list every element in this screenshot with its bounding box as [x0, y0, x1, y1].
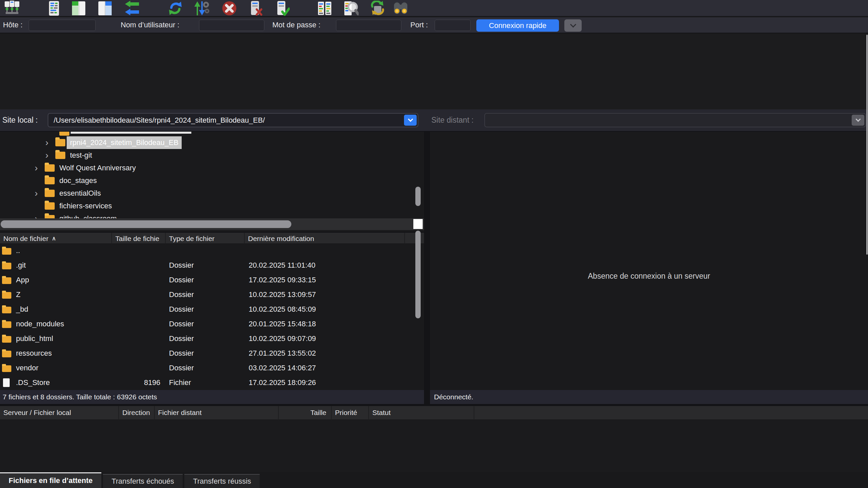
port-label: Port :: [410, 17, 428, 33]
right-edge-scrollbar[interactable]: [866, 35, 868, 255]
file-type: Dossier: [166, 334, 245, 343]
file-row[interactable]: .git Dossier 20.02.2025 11:01:40: [0, 258, 424, 273]
column-header[interactable]: Type de fichier ∧: [166, 233, 245, 243]
tree-item[interactable]: › rpni4_2024_sitetim_Bilodeau_EB: [0, 136, 424, 149]
cancel-button[interactable]: [220, 0, 239, 16]
local-file-list[interactable]: .. .git Dossier 20.02.2025 11:01:40 App …: [0, 243, 424, 390]
column-header-label: Priorité: [335, 409, 357, 417]
tree-indent: [0, 206, 35, 206]
port-input[interactable]: [435, 20, 471, 31]
folder-icon: [55, 152, 65, 159]
tree-horizontal-scrollbar[interactable]: [0, 218, 424, 230]
column-header[interactable]: Dernière modification ∧: [245, 233, 405, 243]
file-type: Dossier: [166, 276, 245, 284]
username-input[interactable]: [199, 20, 264, 31]
message-log-pane[interactable]: [0, 34, 868, 109]
file-name: Z: [16, 290, 20, 299]
file-row[interactable]: ressources Dossier 27.01.2025 13:55:02: [0, 346, 424, 361]
column-header[interactable]: Statut ∧: [369, 406, 474, 419]
quickconnect-dropdown-button[interactable]: [564, 19, 582, 32]
file-modified: 10.02.2025 08:45:09: [245, 305, 405, 314]
column-header-label: Nom de fichier: [3, 235, 48, 243]
remote-path-dropdown-button[interactable]: [852, 115, 864, 126]
file-row[interactable]: _bd Dossier 10.02.2025 08:45:09: [0, 302, 424, 317]
remote-file-list[interactable]: Absence de connexion à un serveur: [430, 132, 868, 390]
local-directory-tree[interactable]: › rpni4_2024_sitetim_Bilodeau_EB › test-…: [0, 132, 424, 230]
disconnect-button[interactable]: [246, 0, 265, 16]
column-header-label: Direction: [122, 409, 150, 417]
remote-site-label: Site distant :: [431, 109, 474, 131]
remote-path-combobox[interactable]: [484, 113, 866, 127]
file-name: .DS_Store: [16, 378, 50, 387]
remote-empty-message: Absence de connexion à un serveur: [430, 272, 868, 281]
quickconnect-button[interactable]: Connexion rapide: [476, 19, 559, 32]
site-manager-icon: [4, 1, 20, 16]
column-header[interactable]: Taille de fichie ∧: [112, 233, 166, 243]
tree-item[interactable]: › doc_stages: [0, 174, 424, 187]
tree-item[interactable]: › essentialOils: [0, 187, 424, 200]
tree-horizontal-scrollbar-thumb[interactable]: [1, 220, 291, 228]
refresh-icon: [168, 1, 183, 16]
password-input[interactable]: [336, 20, 401, 31]
column-header[interactable]: Nom de fichier ∧: [0, 233, 112, 243]
file-row[interactable]: ..: [0, 243, 424, 258]
toggle-local-tree-button[interactable]: [69, 0, 88, 16]
find-files-button[interactable]: [391, 0, 410, 16]
toggle-remote-tree-button[interactable]: [95, 0, 115, 16]
toggle-message-log-button[interactable]: [44, 0, 64, 16]
local-path-dropdown-button[interactable]: [404, 115, 417, 126]
chevron-right-icon[interactable]: ›: [45, 137, 55, 148]
file-row[interactable]: App Dossier 17.02.2025 09:33:15: [0, 273, 424, 287]
column-header-label: Statut: [372, 409, 391, 417]
chevron-right-icon[interactable]: ›: [35, 162, 45, 174]
file-row[interactable]: Z Dossier 10.02.2025 13:09:57: [0, 287, 424, 302]
process-queue-button[interactable]: [192, 0, 211, 16]
folder-icon: [45, 164, 55, 172]
tree-item[interactable]: › fichiers-services: [0, 200, 424, 212]
host-label: Hôte :: [3, 17, 23, 33]
toggle-transfer-queue-button[interactable]: [122, 0, 141, 16]
sort-ascending-icon: ∧: [52, 235, 56, 242]
directory-comparison-button[interactable]: [315, 0, 334, 16]
pane-splitter[interactable]: [424, 132, 430, 404]
file-name: ressources: [16, 349, 52, 358]
refresh-button[interactable]: [166, 0, 185, 16]
file-row[interactable]: public_html Dossier 10.02.2025 09:07:09: [0, 331, 424, 346]
file-row[interactable]: node_modules Dossier 20.01.2025 15:48:18: [0, 317, 424, 331]
column-header[interactable]: Serveur / Fichier local ∧: [0, 406, 119, 419]
queue-tab[interactable]: Transferts réussis: [184, 474, 260, 488]
folder-icon: [55, 139, 65, 146]
column-header[interactable]: Direction ∧: [119, 406, 155, 419]
local-path-value: /Users/elisabethbilodeau/Sites/rpni4_202…: [48, 116, 404, 125]
chevron-right-icon[interactable]: ›: [35, 188, 45, 199]
tree-vertical-scrollbar-thumb[interactable]: [415, 187, 421, 206]
column-header-label: Taille de fichie: [115, 235, 159, 243]
file-name-cell: vendor: [0, 364, 112, 372]
tree-item[interactable]: › Wolf Quest Anniversary: [0, 162, 424, 174]
chevron-right-icon[interactable]: ›: [45, 150, 55, 161]
queue-tab-label: Transferts réussis: [193, 477, 251, 486]
synchronized-browsing-button[interactable]: [368, 0, 387, 16]
reconnect-button[interactable]: [272, 0, 292, 16]
host-input[interactable]: [29, 20, 96, 31]
local-list-vertical-scrollbar-thumb[interactable]: [415, 231, 421, 318]
file-search-button[interactable]: [341, 0, 361, 16]
chevron-down-icon: [855, 117, 861, 122]
binoculars-icon: [393, 1, 408, 16]
tree-partial-row: [0, 132, 424, 136]
file-row[interactable]: vendor Dossier 03.02.2025 14:06:27: [0, 361, 424, 375]
site-manager-button[interactable]: [2, 0, 22, 16]
tree-indent: [0, 168, 35, 168]
column-header[interactable]: Taille ∧: [279, 406, 332, 419]
column-header-label: Serveur / Fichier local: [3, 409, 71, 417]
chevron-down-icon: [408, 117, 413, 122]
column-header[interactable]: Fichier distant ∧: [155, 406, 279, 419]
column-header[interactable]: Priorité ∧: [332, 406, 369, 419]
local-path-combobox[interactable]: /Users/elisabethbilodeau/Sites/rpni4_202…: [48, 113, 418, 127]
tree-item[interactable]: › test-git: [0, 149, 424, 162]
file-row[interactable]: .DS_Store 8196 Fichier 17.02.2025 18:09:…: [0, 375, 424, 390]
queue-tab[interactable]: Transferts échoués: [103, 474, 183, 488]
queue-list[interactable]: [0, 419, 868, 472]
column-header-label: Fichier distant: [158, 409, 202, 417]
queue-tab[interactable]: Fichiers en file d’attente: [0, 472, 101, 488]
